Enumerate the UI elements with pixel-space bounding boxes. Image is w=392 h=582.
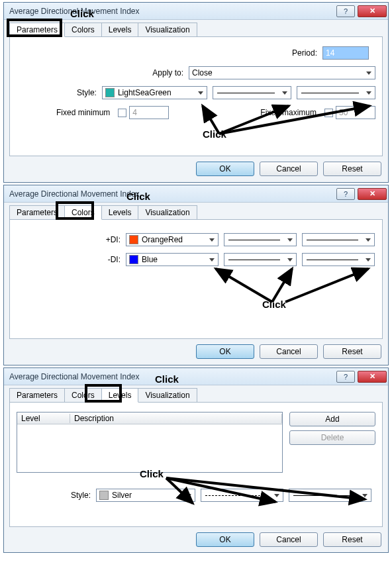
add-button[interactable]: Add [289,412,375,426]
label-style: Style: [17,491,96,500]
button-row: OK Cancel Reset [9,527,383,547]
label-period: Period: [292,48,322,58]
reset-button[interactable]: Reset [323,532,381,547]
close-button[interactable]: ✕ [358,371,387,383]
tab-colors[interactable]: Colors [64,205,102,220]
label-fixed-min: Fixed minimum [56,108,115,117]
swatch-orangered [129,235,138,244]
style-line-select[interactable] [213,86,291,99]
tab-colors[interactable]: Colors [64,388,102,402]
titlebar: Average Directional Movement Index ? ✕ [4,3,388,20]
titlebar: Average Directional Movement Index ? ✕ [4,368,388,385]
plus-di-color-select[interactable]: OrangeRed [126,233,219,246]
apply-to-select[interactable]: Close [189,66,375,79]
swatch-silver [99,491,109,500]
swatch-lightseagreen [105,88,115,97]
ok-button[interactable]: OK [196,532,254,547]
titlebar: Average Directional Movement Index ? ✕ [4,185,388,203]
fixed-min-input [129,106,169,119]
tab-parameters[interactable]: Parameters [9,388,65,402]
dialog-parameters: Average Directional Movement Index ? ✕ P… [3,2,389,183]
tabs: Parameters Colors Levels Visualization [9,388,383,403]
fixed-max-input [336,106,375,119]
fixed-min-checkbox[interactable] [118,109,126,117]
label-minus-di: -DI: [17,255,126,264]
reset-button[interactable]: Reset [323,344,381,359]
button-row: OK Cancel Reset [9,156,383,176]
tab-parameters[interactable]: Parameters [9,205,65,219]
period-input[interactable] [322,46,369,60]
levels-width-select[interactable] [289,489,371,502]
minus-di-width-select[interactable] [302,253,375,266]
label-plus-di: +DI: [17,235,126,244]
fixed-max-checkbox[interactable] [324,109,333,117]
tab-colors[interactable]: Colors [64,23,102,36]
label-apply-to: Apply to: [17,68,189,77]
window-title: Average Directional Movement Index [9,7,335,16]
cancel-button[interactable]: Cancel [260,344,318,359]
minus-di-line-select[interactable] [224,253,297,266]
plus-di-width-select[interactable] [302,233,375,246]
tab-visualization[interactable]: Visualization [138,23,197,36]
style-width-select[interactable] [297,86,375,99]
tab-levels[interactable]: Levels [101,205,139,219]
cancel-button[interactable]: Cancel [260,532,318,547]
tab-visualization[interactable]: Visualization [138,205,197,219]
minus-di-color-select[interactable]: Blue [126,253,219,266]
help-button[interactable]: ? [336,5,355,17]
ok-button[interactable]: OK [196,162,254,176]
levels-color-select[interactable]: Silver [96,489,195,502]
delete-button: Delete [289,430,375,445]
label-style: Style: [17,88,102,97]
swatch-blue [129,255,138,264]
dialog-colors: Average Directional Movement Index ? ✕ P… [3,185,389,365]
tabs: Parameters Colors Levels Visualization [9,205,383,220]
close-button[interactable]: ✕ [358,188,387,200]
dialog-levels: Average Directional Movement Index ? ✕ P… [3,367,389,553]
tab-levels[interactable]: Levels [101,388,139,403]
cancel-button[interactable]: Cancel [260,162,318,176]
col-description: Description [70,414,282,423]
window-title: Average Directional Movement Index [9,189,335,199]
window-title: Average Directional Movement Index [9,372,335,381]
tabs: Parameters Colors Levels Visualization [9,23,383,37]
help-button[interactable]: ? [336,371,355,383]
levels-line-select[interactable] [201,489,283,502]
levels-listbox[interactable]: Level Description [17,412,283,473]
help-button[interactable]: ? [336,188,355,200]
tab-levels[interactable]: Levels [101,23,139,36]
reset-button[interactable]: Reset [323,162,381,176]
close-button[interactable]: ✕ [358,5,387,17]
button-row: OK Cancel Reset [9,339,383,359]
col-level: Level [17,414,70,423]
ok-button[interactable]: OK [196,344,254,359]
plus-di-line-select[interactable] [224,233,297,246]
label-fixed-max: Fixed maximum [260,108,322,117]
tab-parameters[interactable]: Parameters [9,23,65,37]
style-color-select[interactable]: LightSeaGreen [102,86,207,99]
tab-visualization[interactable]: Visualization [138,388,197,402]
